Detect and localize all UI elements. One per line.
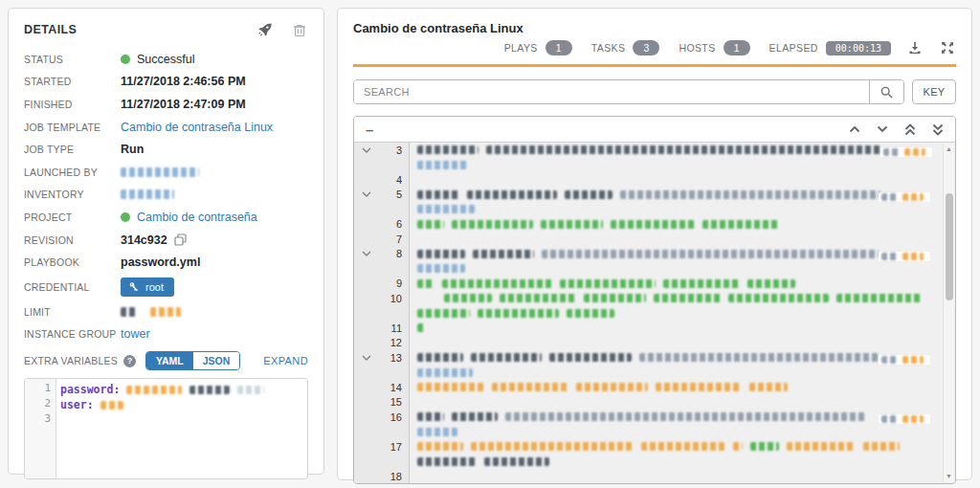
redacted-text [750, 442, 779, 451]
output-line [354, 158, 955, 173]
download-output-button[interactable] [906, 39, 924, 56]
detail-label: FINISHED [24, 99, 121, 110]
redacted-text [478, 309, 559, 318]
key-icon [129, 281, 140, 292]
expander-toggle[interactable] [354, 250, 379, 257]
scroll-bottom-button[interactable] [932, 123, 944, 136]
scrollbar-up-arrow[interactable]: ▲ [944, 144, 954, 155]
redacted-text [902, 253, 924, 260]
editor-code-line: password: [60, 382, 307, 397]
line-number: 3 [379, 144, 409, 156]
redacted-text [541, 220, 603, 229]
detail-label: LIMIT [24, 306, 121, 318]
search-input[interactable] [354, 80, 869, 103]
detail-value: Successful [121, 53, 194, 66]
redacted-text [417, 457, 477, 466]
detail-value [121, 189, 182, 199]
search-key-button[interactable]: KEY [912, 79, 956, 104]
redacted-text [150, 307, 181, 317]
line-number: 10 [379, 293, 409, 304]
line-content [409, 383, 955, 391]
output-line: 17 [354, 439, 955, 455]
redacted-text [471, 442, 634, 451]
line-content [409, 309, 955, 318]
fullscreen-output-button[interactable] [939, 39, 956, 56]
question-icon[interactable]: ? [123, 355, 136, 367]
line-content [409, 145, 955, 154]
redacted-text [417, 323, 425, 332]
credential-badge[interactable]: root [121, 277, 174, 297]
redacted-text [549, 353, 632, 362]
chevron-up-icon [849, 124, 860, 134]
detail-label: CREDENTIAL [24, 281, 121, 293]
detail-label: REVISION [24, 234, 121, 246]
relaunch-button[interactable] [256, 21, 274, 38]
stat-plays: PLAYS 1 [504, 40, 572, 55]
scroll-previous-button[interactable] [849, 124, 860, 134]
copy-icon[interactable] [174, 233, 187, 246]
extra-variables-editor[interactable]: 123 password: user: [24, 378, 308, 479]
line-number: 4 [379, 174, 409, 186]
redacted-text [584, 294, 646, 302]
line-content [409, 279, 955, 288]
yaml-key: password: [60, 383, 120, 396]
line-number: 17 [379, 441, 409, 453]
scroll-next-button[interactable] [877, 124, 888, 134]
yaml-key: user: [60, 398, 94, 411]
redacted-text [444, 294, 492, 302]
editor-line-number: 2 [25, 397, 56, 412]
output-scrollbar[interactable]: ▲ ▼ [943, 144, 954, 482]
redacted-text [417, 279, 434, 288]
redacted-text [663, 279, 740, 288]
detail-value: Cambio de contraseña Linux [121, 121, 273, 134]
job-output-box: – ▲ ▼ 3456789101112131415161718 [353, 116, 956, 484]
expander-toggle[interactable] [354, 146, 379, 154]
redacted-text [417, 264, 465, 273]
redacted-text [417, 250, 465, 258]
detail-link[interactable]: tower [121, 327, 150, 341]
redacted-text [100, 401, 123, 410]
expander-toggle[interactable] [354, 190, 379, 198]
redacted-text [787, 442, 856, 451]
detail-value: tower [121, 327, 150, 341]
job-output-panel: Cambio de contraseña Linux PLAYS 1 TASKS… [337, 8, 972, 480]
redacted-text [560, 279, 656, 288]
search-submit-button[interactable] [869, 80, 903, 103]
output-line: 4 [354, 172, 955, 188]
redacted-text [417, 383, 484, 391]
rocket-icon [257, 22, 273, 37]
yaml-toggle-button[interactable]: YAML [146, 352, 193, 369]
stat-badge: 1 [724, 40, 750, 55]
job-stats-row: PLAYS 1 TASKS 3 HOSTS 1 ELAPSED 00:00:13 [353, 39, 956, 56]
redacted-text [702, 220, 779, 229]
line-content [409, 457, 955, 466]
line-number: 8 [379, 248, 409, 259]
output-line: 15 [354, 395, 955, 410]
job-details-panel: DETAILS STATUSSuccessfulSTARTED11/27/201… [8, 8, 324, 475]
redacted-text [189, 386, 230, 394]
detail-label: JOB TEMPLATE [24, 122, 121, 133]
json-toggle-button[interactable]: JSON [193, 352, 240, 369]
output-line: 13 [354, 350, 955, 366]
status-dot-icon [121, 55, 130, 64]
event-timestamp [879, 192, 930, 202]
line-content [409, 323, 955, 332]
scroll-top-button[interactable] [904, 123, 916, 136]
detail-row-instance-group: INSTANCE GROUPtower [24, 323, 308, 346]
stat-label: TASKS [591, 42, 626, 54]
detail-value: 11/27/2018 2:46:56 PM [121, 75, 246, 88]
detail-link[interactable]: Cambio de contraseña [137, 211, 257, 224]
redacted-text [863, 442, 900, 451]
redacted-text [417, 412, 444, 421]
scrollbar-thumb[interactable] [946, 193, 953, 300]
collapse-all-toggle[interactable]: – [366, 122, 373, 137]
extra-variables-label: EXTRA VARIABLES [24, 355, 118, 366]
expand-variables-link[interactable]: EXPAND [263, 355, 308, 366]
expander-toggle[interactable] [354, 354, 379, 362]
scrollbar-down-arrow[interactable]: ▼ [944, 471, 954, 482]
redacted-text [902, 193, 924, 201]
detail-link[interactable]: Cambio de contraseña Linux [121, 121, 273, 134]
delete-job-button[interactable] [291, 21, 308, 38]
search-group [353, 79, 904, 104]
detail-row-launched-by: LAUNCHED BY [24, 161, 308, 184]
